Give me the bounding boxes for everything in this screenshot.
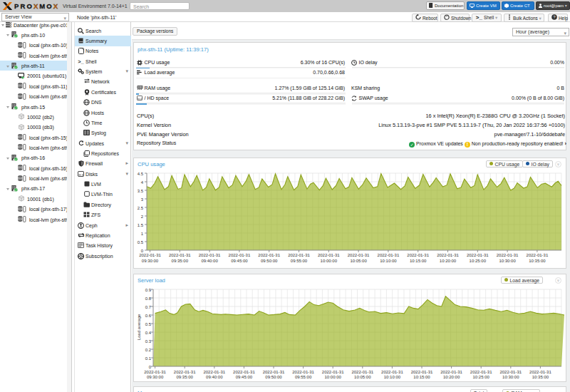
svg-text:09:45:00: 09:45:00 <box>231 259 248 263</box>
svg-text:10:10:00: 10:10:00 <box>384 375 401 379</box>
svg-text:?: ? <box>553 15 555 19</box>
svg-text:10:05:00: 10:05:00 <box>350 259 367 263</box>
svg-text:09:35:00: 09:35:00 <box>177 375 194 379</box>
svg-text:09:40:00: 09:40:00 <box>206 375 223 379</box>
svg-text:09:50:00: 09:50:00 <box>261 259 278 263</box>
svg-text:2022-01-31: 2022-01-31 <box>288 253 310 257</box>
svg-text:2022-01-31: 2022-01-31 <box>527 253 549 257</box>
svg-text:09:30:00: 09:30:00 <box>147 375 164 379</box>
svg-text:3.5: 3.5 <box>138 189 144 193</box>
svg-text:2022-01-31: 2022-01-31 <box>318 253 340 257</box>
svg-text:09:40:00: 09:40:00 <box>201 259 218 263</box>
svg-text:10:25:00: 10:25:00 <box>473 375 490 379</box>
svg-text:2022-01-31: 2022-01-31 <box>144 370 166 374</box>
svg-text:10:00:00: 10:00:00 <box>325 375 342 379</box>
svg-text:2022-01-31: 2022-01-31 <box>322 370 344 374</box>
svg-text:0.7: 0.7 <box>145 305 152 309</box>
svg-text:10:15:00: 10:15:00 <box>413 375 430 379</box>
svg-text:0.9: 0.9 <box>145 288 152 292</box>
svg-text:09:30:00: 09:30:00 <box>142 259 159 263</box>
svg-text:2022-01-31: 2022-01-31 <box>348 253 370 257</box>
svg-text:3: 3 <box>141 197 144 202</box>
svg-text:0: 0 <box>149 365 152 369</box>
svg-text:1.5: 1.5 <box>138 223 144 227</box>
svg-text:0.5: 0.5 <box>138 240 144 244</box>
svg-text:Load average: Load average <box>137 314 141 340</box>
svg-text:2022-01-31: 2022-01-31 <box>351 370 373 374</box>
svg-text:10:00:00: 10:00:00 <box>321 259 338 263</box>
svg-text:09:55:00: 09:55:00 <box>295 375 312 379</box>
svg-text:2022-01-31: 2022-01-31 <box>233 370 255 374</box>
svg-text:0.1: 0.1 <box>145 356 152 361</box>
svg-text:4.5: 4.5 <box>138 172 144 176</box>
svg-text:0.2: 0.2 <box>145 348 152 352</box>
svg-text:0.4: 0.4 <box>145 331 152 335</box>
svg-text:0.8: 0.8 <box>145 296 152 301</box>
svg-text:2022-01-31: 2022-01-31 <box>437 253 459 257</box>
svg-text:2022-01-31: 2022-01-31 <box>199 253 221 257</box>
svg-text:0: 0 <box>141 249 144 253</box>
svg-text:2022-01-31: 2022-01-31 <box>258 253 280 257</box>
svg-text:4: 4 <box>141 180 144 185</box>
svg-text:09:55:00: 09:55:00 <box>291 259 308 263</box>
svg-text:2022-01-31: 2022-01-31 <box>139 253 161 257</box>
svg-text:2022-01-31: 2022-01-31 <box>229 253 251 257</box>
svg-text:2022-01-31: 2022-01-31 <box>381 370 403 374</box>
svg-text:10:20:00: 10:20:00 <box>440 259 457 263</box>
svg-text:2022-01-31: 2022-01-31 <box>470 370 492 374</box>
svg-text:2022-01-31: 2022-01-31 <box>169 253 191 257</box>
svg-text:2022-01-31: 2022-01-31 <box>292 370 314 374</box>
svg-text:2022-01-31: 2022-01-31 <box>174 370 196 374</box>
svg-text:2022-01-31: 2022-01-31 <box>499 370 522 374</box>
svg-text:2022-01-31: 2022-01-31 <box>411 370 433 374</box>
svg-text:2022-01-31: 2022-01-31 <box>497 253 519 257</box>
svg-text:09:50:00: 09:50:00 <box>265 375 282 379</box>
svg-text:2022-01-31: 2022-01-31 <box>529 370 551 374</box>
svg-text:10:30:00: 10:30:00 <box>502 375 519 379</box>
svg-text:2022-01-31: 2022-01-31 <box>440 370 462 374</box>
svg-text:10:10:00: 10:10:00 <box>380 259 397 263</box>
svg-text:2022-01-31: 2022-01-31 <box>378 253 400 257</box>
svg-text:1: 1 <box>141 232 144 236</box>
svg-text:2.5: 2.5 <box>138 206 144 210</box>
svg-text:2022-01-31: 2022-01-31 <box>263 370 285 374</box>
svg-text:10:15:00: 10:15:00 <box>410 259 427 263</box>
svg-text:10:25:00: 10:25:00 <box>470 259 487 263</box>
svg-text:10:30:00: 10:30:00 <box>499 259 516 263</box>
svg-text:0.5: 0.5 <box>145 322 152 326</box>
svg-text:0.6: 0.6 <box>145 314 152 318</box>
svg-text:10:05:00: 10:05:00 <box>354 375 371 379</box>
svg-text:10:20:00: 10:20:00 <box>443 375 460 379</box>
svg-text:2022-01-31: 2022-01-31 <box>467 253 489 257</box>
svg-text:09:45:00: 09:45:00 <box>236 375 253 379</box>
svg-text:2022-01-31: 2022-01-31 <box>203 370 225 374</box>
svg-text:10:35:00: 10:35:00 <box>529 259 546 263</box>
svg-text:2: 2 <box>141 215 144 219</box>
svg-text:09:35:00: 09:35:00 <box>172 259 189 263</box>
svg-text:10:35:00: 10:35:00 <box>532 375 549 379</box>
svg-text:0.3: 0.3 <box>145 339 152 344</box>
svg-text:2022-01-31: 2022-01-31 <box>407 253 429 257</box>
